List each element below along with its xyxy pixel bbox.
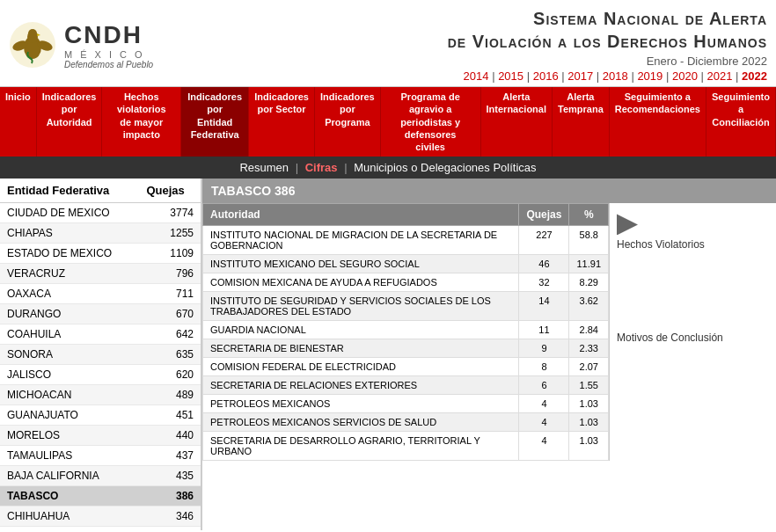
autoridad-name: SECRETARIA DE BIENESTAR (203, 339, 519, 358)
logo-text-block: CNDH M É X I C O Defendemos al Pueblo (64, 21, 153, 69)
year-2017[interactable]: 2017 (567, 69, 593, 83)
motivos-section: Motivos de Conclusión (617, 324, 769, 347)
autoridad-name: INSTITUTO MEXICANO DEL SEGURO SOCIAL (203, 255, 519, 273)
nav-indicadores-sector[interactable]: Indicadorespor Sector (249, 87, 315, 157)
entity-row[interactable]: CHIHUAHUA346 (0, 506, 201, 527)
entity-quejas: 3774 (139, 203, 201, 223)
autoridad-quejas: 4 (519, 395, 569, 413)
tabasco-title: TABASCO (211, 184, 271, 198)
tabasco-row: INSTITUTO MEXICANO DEL SEGURO SOCIAL4611… (203, 255, 609, 273)
hechos-section: Hechos Violatorios (617, 210, 769, 254)
nav-seguimiento-conciliacion[interactable]: Seguimiento aConciliación (706, 87, 776, 157)
tabasco-row: INSTITUTO NACIONAL DE MIGRACION DE LA SE… (203, 226, 609, 255)
entity-row[interactable]: COAHUILA642 (0, 324, 201, 345)
entity-row[interactable]: GUANAJUATO451 (0, 405, 201, 426)
autoridad-name: PETROLEOS MEXICANOS (203, 395, 519, 413)
year-2019[interactable]: 2019 (637, 69, 663, 83)
col-pct-header: % (569, 204, 609, 226)
autoridad-pct: 1.03 (569, 413, 609, 432)
autoridad-name: INSTITUTO DE SEGURIDAD Y SERVICIOS SOCIA… (203, 292, 519, 321)
play-icon-hechos[interactable] (617, 214, 638, 235)
entity-row[interactable]: TAMAULIPAS437 (0, 446, 201, 466)
autoridad-quejas: 6 (519, 376, 569, 395)
entity-quejas: 642 (139, 324, 201, 345)
entity-name: TABASCO (0, 486, 139, 506)
tabasco-row: SECRETARIA DE RELACIONES EXTERIORES61.55 (203, 376, 609, 395)
entity-row[interactable]: MICHOACAN489 (0, 385, 201, 405)
nav-indicadores-programa[interactable]: Indicadorespor Programa (315, 87, 381, 157)
nav-inicio[interactable]: Inicio (0, 87, 37, 157)
entity-name: BAJA CALIFORNIA (0, 466, 139, 486)
entity-row[interactable]: BAJA CALIFORNIA435 (0, 466, 201, 486)
autoridad-name: SECRETARIA DE RELACIONES EXTERIORES (203, 376, 519, 395)
entity-row[interactable]: VERACRUZ796 (0, 264, 201, 284)
entity-row[interactable]: TABASCO386 (0, 486, 201, 506)
year-2015[interactable]: 2015 (498, 69, 523, 83)
col-autoridad-header: Autoridad (203, 204, 519, 226)
entity-quejas: 635 (139, 345, 201, 365)
entity-name: MICHOACAN (0, 385, 139, 405)
tabasco-row: SECRETARIA DE DESARROLLO AGRARIO, TERRIT… (203, 432, 609, 461)
year-links: 2014 | 2015 | 2016 | 2017 | 2018 | 2019 … (448, 69, 767, 83)
entity-quejas: 319 (139, 527, 201, 531)
entity-row[interactable]: CIUDAD DE MEXICO3774 (0, 203, 201, 223)
subnav-resumen[interactable]: Resumen (239, 161, 289, 174)
tabasco-row: COMISION FEDERAL DE ELECTRICIDAD82.07 (203, 358, 609, 376)
nav-alerta-internacional[interactable]: AlertaInternacional (481, 87, 553, 157)
entity-row[interactable]: DURANGO670 (0, 304, 201, 324)
year-2021[interactable]: 2021 (707, 69, 733, 83)
entity-row[interactable]: CHIAPAS1255 (0, 223, 201, 244)
autoridad-quejas: 32 (519, 273, 569, 292)
nav-seguimiento-recomendaciones[interactable]: Seguimiento aRecomendaciones (610, 87, 706, 157)
entity-row[interactable]: ESTADO DE MEXICO1109 (0, 244, 201, 264)
entity-quejas: 386 (139, 486, 201, 506)
nav-hechos-violatorios[interactable]: Hechos violatoriosde mayor impacto (102, 87, 181, 157)
year-2016[interactable]: 2016 (533, 69, 559, 83)
year-2022[interactable]: 2022 (742, 69, 767, 83)
nav-programa-agravio[interactable]: Programa de agravio aperiodistas y defen… (381, 87, 481, 157)
autoridad-quejas: 227 (519, 226, 569, 255)
autoridad-pct: 1.03 (569, 432, 609, 461)
nav-alerta-temprana[interactable]: AlertaTemprana (553, 87, 610, 157)
subnav-municipios[interactable]: Municipios o Delegaciones Políticas (354, 161, 536, 174)
autoridad-name: GUARDIA NACIONAL (203, 321, 519, 339)
nav-indicadores-autoridad[interactable]: Indicadorespor Autoridad (37, 87, 103, 157)
entity-row[interactable]: NUEVO LEON319 (0, 527, 201, 531)
entity-row[interactable]: OAXACA711 (0, 284, 201, 304)
entity-name: MORELOS (0, 426, 139, 446)
autoridad-quejas: 4 (519, 413, 569, 432)
col-entidad-header: Entidad Federativa (0, 179, 139, 203)
logo-area: ⚜ CNDH M É X I C O Defendemos al Pueblo (9, 21, 153, 69)
autoridad-pct: 58.8 (569, 226, 609, 255)
autoridad-pct: 3.62 (569, 292, 609, 321)
autoridad-quejas: 11 (519, 321, 569, 339)
subnav-cifras[interactable]: Cifras (305, 161, 338, 174)
slogan-label: Defendemos al Pueblo (64, 60, 153, 69)
entity-row[interactable]: SONORA635 (0, 345, 201, 365)
year-2014[interactable]: 2014 (464, 69, 489, 83)
entity-quejas: 440 (139, 426, 201, 446)
autoridad-quejas: 8 (519, 358, 569, 376)
nav-bar: Inicio Indicadorespor Autoridad Hechos v… (0, 87, 776, 157)
entity-row[interactable]: JALISCO620 (0, 365, 201, 385)
entity-name: JALISCO (0, 365, 139, 385)
data-table-container[interactable]: Autoridad Quejas % INSTITUTO NACIONAL DE… (202, 203, 609, 461)
entity-quejas: 620 (139, 365, 201, 385)
entity-row[interactable]: MORELOS440 (0, 426, 201, 446)
cndh-label: CNDH (64, 21, 153, 49)
tabasco-row: GUARDIA NACIONAL112.84 (203, 321, 609, 339)
tabasco-row: INSTITUTO DE SEGURIDAD Y SERVICIOS SOCIA… (203, 292, 609, 321)
year-2020[interactable]: 2020 (672, 69, 698, 83)
autoridad-pct: 11.91 (569, 255, 609, 273)
nav-indicadores-entidad[interactable]: Indicadores porEntidadFederativa (181, 87, 249, 157)
date-range: Enero - Diciembre 2022 (448, 55, 767, 68)
main-title: Sistema Nacional de Alertade Violación a… (448, 7, 767, 53)
entity-name: SONORA (0, 345, 139, 365)
autoridad-pct: 2.33 (569, 339, 609, 358)
tabasco-row: COMISION MEXICANA DE AYUDA A REFUGIADOS3… (203, 273, 609, 292)
entity-name: GUANAJUATO (0, 405, 139, 426)
col-quejas-header2: Quejas (519, 204, 569, 226)
year-2018[interactable]: 2018 (603, 69, 628, 83)
autoridad-name: PETROLEOS MEXICANOS SERVICIOS DE SALUD (203, 413, 519, 432)
svg-point-6 (28, 29, 37, 38)
